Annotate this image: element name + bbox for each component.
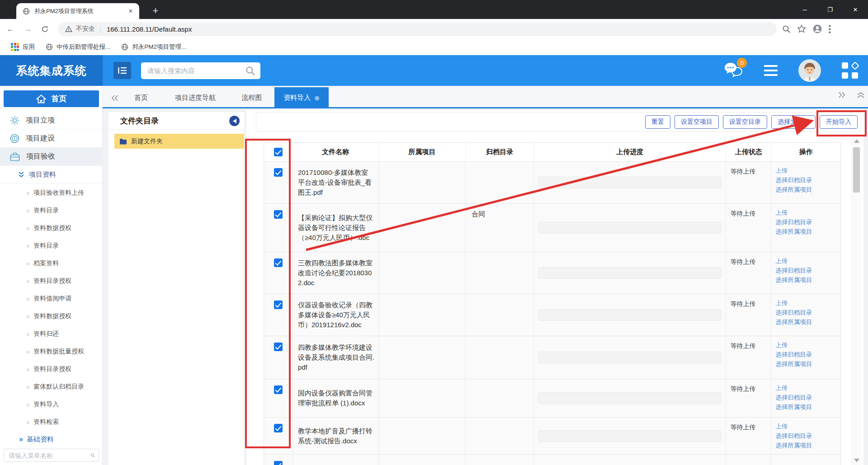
reset-button[interactable]: 重置 (645, 115, 670, 129)
row-checkbox[interactable] (274, 385, 283, 394)
maximize-button[interactable]: ❐ (817, 0, 843, 19)
refresh-icon[interactable] (38, 22, 52, 36)
choose-project-link[interactable]: 选择所属项目 (775, 360, 840, 368)
set-empty-project-button[interactable]: 设置空项目 (675, 115, 719, 129)
choose-project-link[interactable]: 选择所属项目 (775, 228, 840, 236)
scrollbar-thumb[interactable] (853, 147, 860, 193)
sidebar-sub-item[interactable]: »资料目录 (0, 202, 103, 219)
choose-archive-dir-link[interactable]: 选择归档目录 (775, 309, 840, 317)
tabs-scroll-left-icon[interactable] (108, 92, 122, 104)
choose-project-link[interactable]: 选择所属项目 (775, 276, 840, 284)
choose-archive-dir-link[interactable]: 选择归档目录 (775, 394, 840, 402)
bookmark-item[interactable]: 邦永PM2项目管理... (121, 43, 186, 51)
menu-search-input[interactable] (9, 452, 90, 459)
choose-folder-button[interactable]: 选择文件夹 (771, 115, 816, 129)
row-checkbox[interactable] (274, 343, 283, 351)
upload-link[interactable]: 上传 (775, 423, 840, 431)
row-checkbox[interactable] (274, 210, 283, 219)
upload-link[interactable]: 上传 (775, 167, 840, 175)
upload-link[interactable]: 上传 (775, 341, 840, 349)
sidebar-item-base-materials[interactable]: » 基础资料 (0, 431, 103, 448)
sidebar-sub-item[interactable]: »资料数据批量授权 (0, 343, 103, 360)
bookmark-star-icon[interactable] (797, 24, 806, 33)
sidebar-item-project-initiation[interactable]: 项目立项 (0, 112, 103, 130)
tab-close-icon[interactable]: ✕ (127, 7, 135, 15)
sidebar-top-items: 项目立项 项目建设 项目验收 项目资料 (0, 112, 103, 184)
global-search-input[interactable] (147, 67, 245, 75)
user-avatar[interactable] (798, 59, 821, 82)
sidebar-sub-item[interactable]: »资料数据授权 (0, 219, 103, 237)
search-icon[interactable] (90, 451, 95, 459)
row-checkbox[interactable] (274, 258, 283, 267)
upload-link[interactable]: 上传 (775, 257, 840, 265)
browser-tab[interactable]: 邦永PM2项目管理系统 ✕ (16, 3, 139, 19)
tab-flowchart[interactable]: 流程图 (229, 87, 274, 108)
tab-home[interactable]: 首页 (121, 87, 161, 108)
apps-launcher-icon[interactable] (842, 62, 858, 79)
sidebar-sub-item[interactable]: »资料目录 (0, 237, 103, 254)
bookmark-apps[interactable]: 应用 (11, 43, 35, 51)
choose-archive-dir-link[interactable]: 选择归档目录 (775, 176, 840, 184)
menu-search-box (4, 449, 99, 462)
zoom-icon[interactable] (782, 25, 791, 33)
row-checkbox[interactable] (274, 168, 283, 177)
sidebar-sub-item[interactable]: »项目验收资料上传 (0, 184, 103, 202)
new-tab-button[interactable]: + (149, 5, 162, 17)
start-import-button[interactable]: 开始导入 (820, 115, 858, 129)
choose-archive-dir-link[interactable]: 选择归档目录 (775, 267, 840, 275)
choose-project-link[interactable]: 选择所属项目 (775, 403, 840, 411)
choose-project-link[interactable]: 选择所属项目 (775, 318, 840, 326)
upload-link[interactable]: 上传 (775, 299, 840, 307)
sidebar-sub-item[interactable]: »档案资料 (0, 254, 103, 272)
close-button[interactable]: ✕ (843, 0, 868, 19)
collapse-up-icon[interactable] (857, 92, 864, 98)
sidebar-sub-item[interactable]: »资料借阅申请 (0, 290, 103, 307)
folder-tree-item[interactable]: 新建文件夹 (114, 134, 244, 149)
hamburger-menu-icon[interactable] (764, 65, 778, 76)
address-bar[interactable]: 不安全 | 166.111.208.11/Default.aspx (58, 22, 777, 36)
sidebar-sub-item[interactable]: »资料检索 (0, 413, 103, 431)
sidebar-group-project-materials[interactable]: 项目资料 (0, 166, 103, 184)
forward-icon[interactable]: → (21, 22, 34, 36)
profile-icon[interactable] (812, 24, 822, 34)
choose-archive-dir-link[interactable]: 选择归档目录 (775, 432, 840, 440)
progress-cell (534, 162, 726, 203)
tab-close-icon[interactable]: ⊗ (314, 94, 320, 102)
choose-archive-dir-link[interactable]: 选择归档目录 (775, 351, 840, 359)
sidebar-sub-item[interactable]: »资料导入 (0, 395, 103, 413)
back-icon[interactable]: ← (4, 22, 17, 36)
vertical-scrollbar[interactable] (852, 136, 861, 465)
tab-project-progress-nav[interactable]: 项目进度导航 (161, 87, 229, 108)
tab-material-import[interactable]: 资料导入 ⊗ (274, 87, 329, 108)
sidebar-sub-item[interactable]: »资料目录授权 (0, 272, 103, 290)
sidebar-sub-item[interactable]: »资料目录授权 (0, 360, 103, 378)
row-checkbox[interactable] (274, 461, 283, 465)
upload-link[interactable]: 上传 (775, 384, 840, 392)
kebab-menu-icon[interactable] (829, 25, 831, 33)
table-row: 仪器设备验收记录（四教多媒体设备≥40万元人民币）20191216v2.doc等… (264, 294, 840, 336)
sidebar-item-home[interactable]: 首页 (4, 90, 99, 107)
panel-collapse-button[interactable] (229, 116, 240, 126)
scroll-down-arrow-icon[interactable] (854, 459, 859, 462)
sidebar-item-project-acceptance[interactable]: 项目验收 (0, 148, 103, 166)
sidebar-sub-item[interactable]: »资料归还 (0, 325, 103, 343)
sidebar-item-project-construction[interactable]: 项目建设 (0, 130, 103, 148)
messages-button[interactable]: 0 (723, 61, 743, 80)
sidebar-sub-item[interactable]: »资料数据授权 (0, 307, 103, 325)
tabs-scroll-right-icon[interactable] (838, 92, 845, 98)
choose-project-link[interactable]: 选择所属项目 (775, 186, 840, 194)
choose-archive-dir-link[interactable]: 选择归档目录 (775, 218, 840, 226)
row-checkbox[interactable] (274, 301, 283, 309)
sidebar-sub-item-label: 资料归还 (33, 330, 59, 338)
bookmark-item[interactable]: 中传后勤管理处报... (46, 43, 110, 51)
upload-link[interactable]: 上传 (775, 209, 840, 217)
sidebar-toggle-button[interactable] (113, 62, 131, 79)
sidebar-sub-item[interactable]: »窗体默认归档目录 (0, 378, 103, 395)
set-empty-directory-button[interactable]: 设置空目录 (723, 115, 767, 129)
search-icon[interactable] (245, 66, 256, 76)
scroll-up-arrow-icon[interactable] (854, 139, 859, 143)
minimize-button[interactable]: ─ (792, 0, 817, 19)
select-all-checkbox[interactable] (274, 148, 283, 156)
row-checkbox[interactable] (274, 424, 283, 432)
choose-project-link[interactable]: 选择所属项目 (775, 442, 840, 450)
